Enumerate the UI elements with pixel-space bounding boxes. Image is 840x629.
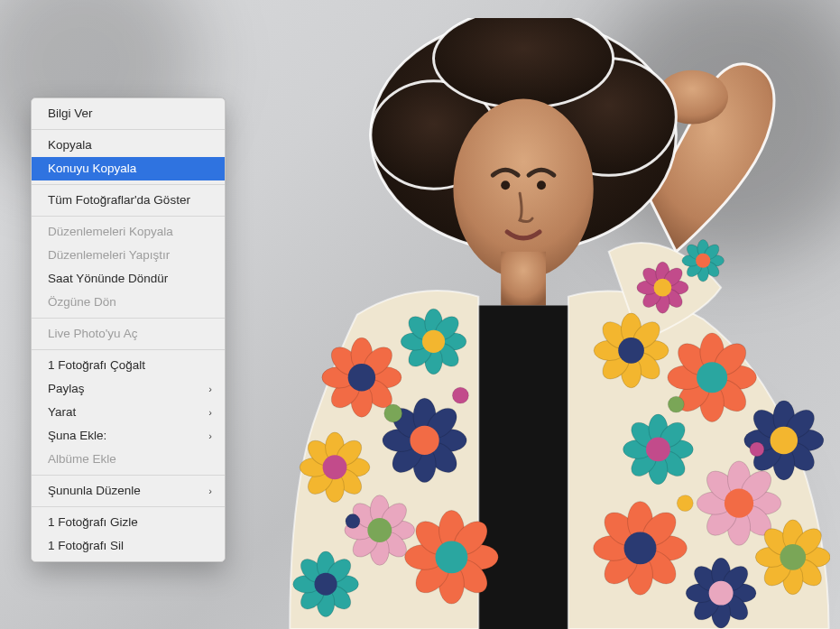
menu-separator — [32, 506, 225, 507]
svg-rect-6 — [501, 252, 546, 306]
svg-point-44 — [410, 426, 438, 455]
svg-point-110 — [646, 437, 670, 461]
svg-point-17 — [348, 364, 375, 391]
svg-point-62 — [436, 541, 468, 573]
photo-viewer[interactable]: Bilgi VerKopyalaKonuyu KopyalaTüm Fotoğr… — [0, 0, 840, 629]
menu-item-label: Şununla Düzenle — [48, 482, 141, 500]
menu-item: Albüme Ekle — [32, 448, 225, 471]
menu-item-label: Paylaş — [48, 380, 85, 398]
context-menu[interactable]: Bilgi VerKopyalaKonuyu KopyalaTüm Fotoğr… — [31, 97, 226, 562]
menu-item[interactable]: 1 Fotoğrafı Çoğalt — [32, 354, 225, 377]
svg-point-35 — [323, 455, 347, 479]
svg-point-149 — [677, 495, 693, 512]
menu-item-label: Kopyala — [48, 136, 92, 154]
menu-item[interactable]: Bilgi Ver — [32, 102, 225, 125]
menu-item-label: Özgüne Dön — [48, 293, 116, 311]
svg-point-137 — [780, 544, 806, 570]
svg-point-73 — [452, 387, 468, 403]
menu-item[interactable]: 1 Fotoğrafı Gizle — [32, 511, 225, 534]
svg-point-148 — [750, 442, 764, 457]
svg-point-119 — [725, 488, 753, 517]
svg-point-72 — [384, 404, 402, 422]
menu-separator — [32, 349, 225, 350]
svg-point-83 — [618, 338, 644, 364]
menu-item: Düzenlemeleri Yapıştır — [32, 244, 225, 267]
svg-point-146 — [709, 581, 734, 606]
menu-item-label: Albüme Ekle — [48, 450, 116, 468]
menu-item-label: Bilgi Ver — [48, 105, 93, 123]
svg-point-167 — [696, 254, 710, 268]
svg-point-92 — [697, 362, 727, 393]
svg-point-53 — [367, 518, 392, 542]
menu-item: Live Photo'yu Aç — [32, 322, 225, 346]
svg-point-147 — [668, 396, 684, 412]
chevron-right-icon: › — [208, 427, 212, 445]
menu-separator — [32, 129, 225, 130]
menu-item[interactable]: Kopyala — [32, 134, 225, 157]
menu-item[interactable]: Konuyu Kopyala — [32, 157, 225, 180]
menu-item[interactable]: Tüm Fotoğraflar'da Göster — [32, 189, 225, 212]
svg-point-74 — [346, 514, 360, 529]
chevron-right-icon: › — [208, 482, 212, 500]
menu-item[interactable]: Yarat› — [32, 401, 225, 424]
menu-item[interactable]: 1 Fotoğrafı Sil — [32, 534, 225, 558]
menu-item-label: 1 Fotoğrafı Sil — [48, 537, 124, 555]
menu-item-label: Düzenlemeleri Kopyala — [48, 223, 173, 241]
svg-point-8 — [537, 180, 546, 190]
chevron-right-icon: › — [208, 403, 212, 421]
chevron-right-icon: › — [208, 380, 212, 398]
menu-item-label: Yarat — [48, 403, 76, 421]
menu-item-label: Düzenlemeleri Yapıştır — [48, 246, 170, 264]
svg-point-7 — [501, 180, 510, 190]
menu-separator — [32, 475, 225, 476]
menu-separator — [32, 216, 225, 217]
menu-item-label: Tüm Fotoğraflar'da Göster — [48, 191, 190, 209]
menu-item-label: Live Photo'yu Aç — [48, 325, 137, 343]
menu-item[interactable]: Şununla Düzenle› — [32, 479, 225, 503]
svg-point-128 — [624, 532, 657, 564]
svg-point-4 — [434, 18, 614, 108]
menu-item[interactable]: Saat Yönünde Döndür — [32, 267, 225, 291]
svg-point-26 — [422, 330, 445, 353]
menu-separator — [32, 318, 225, 319]
svg-point-158 — [654, 279, 672, 297]
photo-subject — [253, 18, 830, 629]
menu-item-label: 1 Fotoğrafı Gizle — [48, 513, 138, 532]
menu-item-label: 1 Fotoğrafı Çoğalt — [48, 356, 145, 375]
menu-item[interactable]: Şuna Ekle:› — [32, 424, 225, 448]
svg-point-101 — [771, 427, 798, 454]
menu-item-label: Saat Yönünde Döndür — [48, 270, 168, 288]
svg-point-71 — [315, 573, 337, 596]
menu-item-label: Konuyu Kopyala — [48, 160, 136, 178]
menu-item-label: Şuna Ekle: — [48, 427, 106, 445]
menu-separator — [32, 184, 225, 185]
menu-item: Düzenlemeleri Kopyala — [32, 220, 225, 244]
menu-item: Özgüne Dön — [32, 291, 225, 314]
menu-item[interactable]: Paylaş› — [32, 377, 225, 401]
